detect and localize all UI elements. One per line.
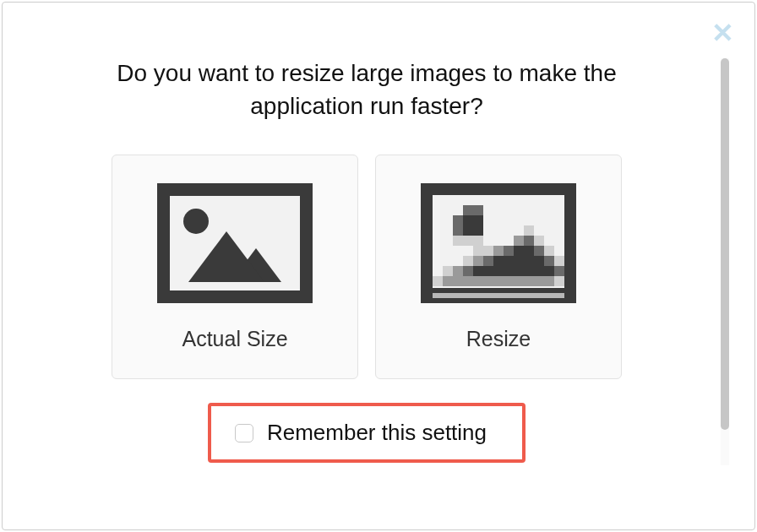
dialog-content: Do you want to resize large images to ma… (41, 57, 692, 463)
resize-dialog: ✕ Do you want to resize large images to … (2, 2, 755, 530)
pixelated-image-icon (421, 183, 576, 303)
scrollbar-thumb[interactable] (721, 58, 729, 430)
close-icon[interactable]: ✕ (711, 19, 734, 46)
image-icon (157, 183, 313, 303)
actual-size-label: Actual Size (182, 327, 287, 351)
scrollbar[interactable] (721, 58, 729, 465)
actual-size-option[interactable]: Actual Size (112, 155, 358, 379)
remember-checkbox[interactable] (235, 424, 253, 442)
option-row: Actual Size Resize (112, 155, 622, 379)
remember-setting-highlight: Remember this setting (208, 403, 526, 463)
dialog-prompt: Do you want to resize large images to ma… (71, 57, 662, 122)
resize-option[interactable]: Resize (375, 155, 622, 379)
resize-label: Resize (466, 327, 531, 351)
remember-label: Remember this setting (267, 420, 487, 446)
